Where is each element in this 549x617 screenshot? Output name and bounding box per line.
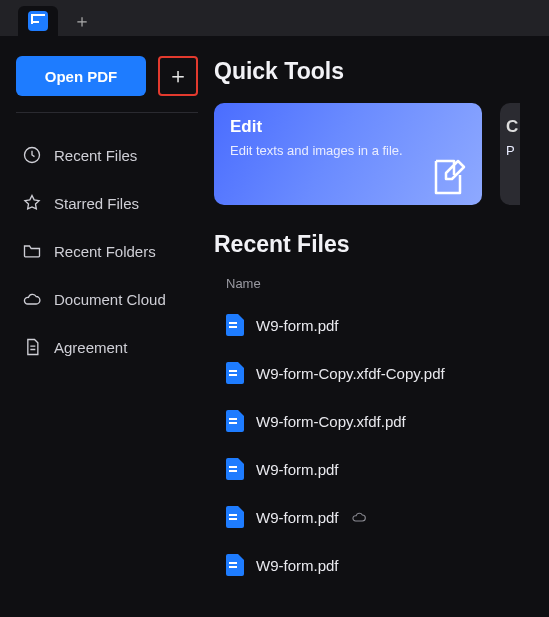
sidebar: Open PDF ＋ Recent FilesStarred FilesRece… (0, 36, 214, 617)
file-name: W9-form.pdf (256, 461, 339, 478)
pdf-file-icon (226, 410, 244, 432)
column-header-name: Name (226, 276, 549, 291)
tab-bar: ＋ (0, 0, 549, 36)
tool-card-title: Edit (230, 117, 466, 137)
sidebar-item-recent-files[interactable]: Recent Files (16, 131, 198, 179)
cloud-icon (351, 509, 367, 526)
quick-tool-edit[interactable]: Edit Edit texts and images in a file. (214, 103, 482, 205)
pdf-file-icon (226, 362, 244, 384)
sidebar-item-label: Recent Files (54, 147, 137, 164)
file-name: W9-form.pdf (256, 557, 339, 574)
tool-card-title: C (506, 117, 514, 137)
app-logo-icon (28, 11, 48, 31)
file-name: W9-form.pdf (256, 509, 339, 526)
new-tab-button[interactable]: ＋ (64, 6, 100, 36)
quick-tools-title: Quick Tools (214, 58, 549, 85)
sidebar-item-label: Starred Files (54, 195, 139, 212)
file-row[interactable]: W9-form.pdf (214, 541, 549, 589)
edit-page-icon (428, 157, 468, 197)
divider (16, 112, 198, 113)
pdf-file-icon (226, 314, 244, 336)
sidebar-item-label: Document Cloud (54, 291, 166, 308)
plus-icon: ＋ (73, 9, 91, 33)
cloud-icon (22, 289, 42, 309)
create-pdf-button[interactable]: ＋ (158, 56, 198, 96)
sidebar-item-agreement[interactable]: Agreement (16, 323, 198, 371)
recent-files-title: Recent Files (214, 231, 549, 258)
pdf-file-icon (226, 554, 244, 576)
sidebar-item-starred-files[interactable]: Starred Files (16, 179, 198, 227)
file-name: W9-form-Copy.xfdf-Copy.pdf (256, 365, 445, 382)
plus-icon: ＋ (167, 61, 189, 91)
folder-icon (22, 241, 42, 261)
file-row[interactable]: W9-form.pdf (214, 301, 549, 349)
quick-tool-next[interactable]: C P (500, 103, 520, 205)
sidebar-item-label: Agreement (54, 339, 127, 356)
open-pdf-button[interactable]: Open PDF (16, 56, 146, 96)
app-home-tab[interactable] (18, 6, 58, 36)
file-row[interactable]: W9-form-Copy.xfdf-Copy.pdf (214, 349, 549, 397)
clock-icon (22, 145, 42, 165)
sidebar-item-label: Recent Folders (54, 243, 156, 260)
file-row[interactable]: W9-form-Copy.xfdf.pdf (214, 397, 549, 445)
document-icon (22, 337, 42, 357)
tool-card-subtitle: Edit texts and images in a file. (230, 143, 466, 158)
main-content: Quick Tools Edit Edit texts and images i… (214, 36, 549, 617)
file-row[interactable]: W9-form.pdf (214, 445, 549, 493)
file-name: W9-form.pdf (256, 317, 339, 334)
pdf-file-icon (226, 458, 244, 480)
sidebar-item-document-cloud[interactable]: Document Cloud (16, 275, 198, 323)
pdf-file-icon (226, 506, 244, 528)
file-name: W9-form-Copy.xfdf.pdf (256, 413, 406, 430)
tool-card-subtitle: P (506, 143, 514, 158)
sidebar-item-recent-folders[interactable]: Recent Folders (16, 227, 198, 275)
file-row[interactable]: W9-form.pdf (214, 493, 549, 541)
star-icon (22, 193, 42, 213)
